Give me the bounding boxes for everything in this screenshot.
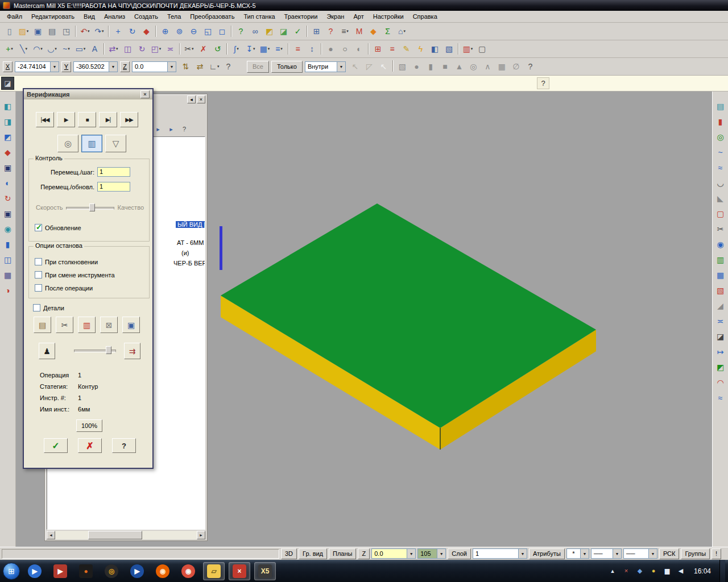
mru-function-button[interactable]: ◪ xyxy=(1,77,14,90)
taskbar-media-player-icon[interactable]: ▶ xyxy=(24,562,46,580)
view-plane-icon[interactable]: ◫ xyxy=(1,253,14,266)
tray-hasp-icon[interactable]: ◆ xyxy=(636,567,644,576)
chevron-down-icon[interactable]: ▼ xyxy=(613,548,622,559)
z-coordinate-value[interactable]: 0.0 xyxy=(132,61,167,72)
stop-after-operation-checkbox[interactable] xyxy=(35,284,42,292)
help-button[interactable]: ? xyxy=(112,438,136,453)
chevron-down-icon[interactable]: ▾ xyxy=(102,29,104,34)
viewsheet-icon[interactable]: ▣ xyxy=(1,161,14,174)
pencil-icon[interactable]: ✎ xyxy=(400,43,413,56)
chevron-down-icon[interactable]: ▾ xyxy=(237,47,239,51)
xform-scale-icon[interactable]: ◰▾ xyxy=(150,43,163,56)
solids-revolve-icon[interactable]: ◎ xyxy=(714,130,727,143)
help-icon[interactable]: ? xyxy=(324,25,337,38)
chevron-down-icon[interactable]: ▾ xyxy=(192,47,194,51)
tree-item[interactable]: ЧЕР-Б ВЕРХ 1 xyxy=(173,260,205,267)
tree-item-selected[interactable]: ЫЙ ВИД [9]] xyxy=(176,221,205,228)
chevron-down-icon[interactable]: ▾ xyxy=(471,47,473,51)
moves-per-step-input[interactable]: 1 xyxy=(97,167,130,177)
fit-screen-icon[interactable]: ◻ xyxy=(216,25,229,38)
show-desktop-button[interactable] xyxy=(719,560,725,582)
chevron-down-icon[interactable]: ▼ xyxy=(337,61,346,72)
moves-per-refresh-input[interactable]: 1 xyxy=(97,182,130,192)
menu-item[interactable]: Справка xyxy=(408,11,442,22)
section-button[interactable]: ✂ xyxy=(56,317,73,333)
chevron-down-icon[interactable]: ▾ xyxy=(11,47,13,51)
paint-icon[interactable]: ◧ xyxy=(428,43,441,56)
view-grid-icon[interactable]: ▦ xyxy=(1,268,14,281)
save-icon[interactable]: ▣ xyxy=(31,25,44,38)
chevron-down-icon[interactable]: ▾ xyxy=(27,29,29,34)
status-planes-button[interactable]: Планы xyxy=(329,548,356,559)
grid-icon[interactable]: ⊞ xyxy=(371,43,384,56)
x-axis-button[interactable]: X xyxy=(3,61,13,72)
verify-dialog-titlebar[interactable]: Верификация × xyxy=(24,89,152,99)
tray-show-hidden-icon[interactable]: ▴ xyxy=(609,567,617,576)
progress-percent-button[interactable]: 100% xyxy=(76,419,102,432)
solids-trim-icon[interactable]: ✂ xyxy=(714,222,727,235)
surface-offset-icon[interactable]: ≍ xyxy=(714,314,727,327)
status-alert-button[interactable]: ! xyxy=(712,548,721,559)
selection-mode-value[interactable]: Внутри xyxy=(305,61,337,72)
status-layer-button[interactable]: Слой xyxy=(448,548,471,559)
z-swap-icon[interactable]: ⇅ xyxy=(179,60,192,73)
stop-on-tool-change-checkbox[interactable] xyxy=(35,271,42,278)
fast-forward-button[interactable]: ▶▶ xyxy=(120,112,138,127)
toolpath-pocket-icon[interactable]: ▦▾ xyxy=(258,43,271,56)
scroll-left-icon[interactable]: ◄ xyxy=(47,531,55,539)
menu-item[interactable]: Траектории xyxy=(280,11,322,22)
create-text-icon[interactable]: A xyxy=(88,43,101,56)
speed-slider[interactable] xyxy=(66,203,115,211)
solids-shell-icon[interactable]: ▢ xyxy=(714,207,727,220)
analyze-check-icon[interactable]: ✓ xyxy=(291,25,304,38)
step-button[interactable]: ▶| xyxy=(99,112,117,127)
taskbar-amp-icon[interactable]: ◎ xyxy=(101,562,122,580)
select-only-button[interactable]: Только xyxy=(271,61,303,73)
menu-item[interactable]: Арт xyxy=(349,11,368,22)
plane-swap-icon[interactable]: ⇄ xyxy=(193,60,206,73)
surface-extend-icon[interactable]: ↦ xyxy=(714,345,727,358)
select-torus-icon[interactable]: ◎ xyxy=(467,60,480,73)
point-style-combo[interactable]: * ▼ xyxy=(566,548,589,559)
select-block-icon[interactable]: ■ xyxy=(439,60,452,73)
tray-mastercam-icon[interactable]: × xyxy=(622,567,630,576)
undelete-icon[interactable]: ↺ xyxy=(211,43,224,56)
toolpath-drill-icon[interactable]: ↧▾ xyxy=(244,43,257,56)
zoom-window-icon[interactable]: ⊕ xyxy=(159,25,172,38)
update-checkbox[interactable] xyxy=(35,224,42,231)
ok-button[interactable]: ✓ xyxy=(44,438,68,453)
machine-group-icon[interactable]: ▥▾ xyxy=(461,43,474,56)
simulate-person-button[interactable]: ♟ xyxy=(39,343,55,359)
select-mesh-icon[interactable]: ▦ xyxy=(495,60,508,73)
create-point-icon[interactable]: +▾ xyxy=(3,43,16,56)
z-coordinate-combo[interactable]: 0.0 ▼ xyxy=(132,61,176,72)
menu-item[interactable]: Преобразовать xyxy=(185,11,239,22)
clear-colors-icon[interactable]: ▧ xyxy=(442,43,456,56)
chevron-down-icon[interactable]: ▾ xyxy=(268,47,270,51)
new-file-icon[interactable]: ▯ xyxy=(3,25,16,38)
ops-help-icon[interactable]: ? xyxy=(179,124,189,134)
select-box-solid-icon[interactable]: ▧ xyxy=(396,60,409,73)
xform-translate-icon[interactable]: ⇄▾ xyxy=(107,43,120,56)
chevron-down-icon[interactable]: ▾ xyxy=(25,47,27,51)
gview-list-icon[interactable]: ≡▾ xyxy=(338,25,351,38)
filter-mode-button[interactable]: ▽ xyxy=(105,135,126,152)
status-layer-value[interactable]: 1 xyxy=(473,548,518,559)
panel-close-button[interactable]: × xyxy=(197,95,205,103)
lightning-icon[interactable]: ϟ xyxy=(414,43,427,56)
select-chevron-icon[interactable]: ∧ xyxy=(481,60,494,73)
analyze-surface-icon[interactable]: ◪ xyxy=(277,25,290,38)
horizontal-scrollbar[interactable]: ◄ ► xyxy=(47,531,205,539)
surface-draft-icon[interactable]: ◢ xyxy=(714,299,727,312)
gview-front-icon[interactable]: ◨ xyxy=(1,115,14,128)
status-gview-button[interactable]: Гр. вид xyxy=(299,548,327,559)
chevron-down-icon[interactable]: ▾ xyxy=(40,47,43,51)
simulation-speed-slider[interactable] xyxy=(74,346,116,354)
select-cursor-icon[interactable]: ↖ xyxy=(377,60,390,73)
line-style-combo[interactable]: ── ▼ xyxy=(591,548,622,559)
chevron-down-icon[interactable]: ▾ xyxy=(68,47,70,51)
compare-stl-button[interactable]: ⊠ xyxy=(100,317,118,333)
status-groups-button[interactable]: Группы xyxy=(681,548,710,559)
run-to-end-button[interactable]: ⇉ xyxy=(124,343,140,359)
details-checkbox[interactable] xyxy=(33,304,40,311)
